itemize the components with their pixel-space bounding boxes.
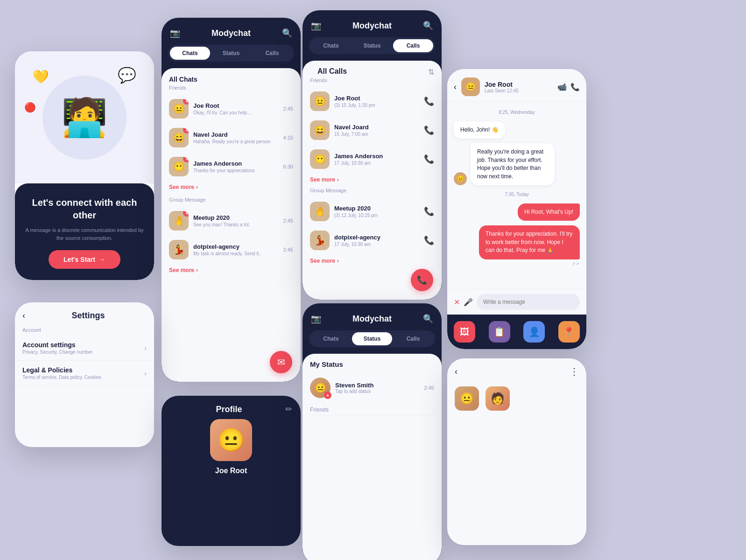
cancel-icon[interactable]: ✕: [454, 298, 460, 307]
account-settings-item[interactable]: Account settings Privacy, Security, Chan…: [15, 336, 154, 361]
status-user-name: Steven Smith: [335, 382, 420, 389]
tabs-bar: Chats Status Calls: [168, 45, 294, 62]
chevron-right-icon: ›: [144, 344, 147, 352]
tab-calls[interactable]: Calls: [393, 39, 433, 52]
status-tabs-bar: Chats Status Calls: [309, 330, 435, 347]
calls-tabs-bar: Chats Status Calls: [309, 37, 435, 54]
character-illustration: 🧑‍💻: [61, 99, 108, 136]
partial-avatar-2: 🧑: [486, 386, 510, 411]
conversation-footer: 🖼 📋 👤 📍: [447, 315, 586, 349]
chat-preview: My task is almost ready. Send it..: [193, 251, 279, 256]
chat-time: 6:30: [283, 164, 293, 169]
tab-chats[interactable]: Chats: [311, 39, 351, 52]
call-item-dotpixel[interactable]: 💃 dotpixel-agency 17 July, 10:30 am 📞: [303, 226, 442, 255]
edit-profile-button[interactable]: ✏: [285, 404, 292, 414]
chat-item-james-anderson[interactable]: 😶 1 James Anderson Thanks for your appre…: [162, 152, 301, 181]
call-time: 17 July, 10:30 am: [334, 161, 419, 166]
see-more-groups[interactable]: See more ›: [162, 264, 301, 278]
partial-avatar-row: 😐 🧑: [447, 382, 586, 415]
chat-item-dotpixel[interactable]: 💃 dotpixel-agency My task is almost read…: [162, 235, 301, 264]
tab-chats[interactable]: Chats: [311, 332, 351, 345]
message-input[interactable]: [477, 294, 580, 310]
gallery-button[interactable]: 🖼: [454, 321, 475, 343]
profile-name: Joe Root: [215, 467, 247, 475]
new-call-fab-button[interactable]: 📞: [411, 269, 433, 291]
app-title: Modychat: [352, 21, 392, 31]
see-more-calls-groups[interactable]: See more ›: [303, 255, 442, 269]
incoming-call-icon: 📞: [424, 125, 434, 135]
calls-card: 📷 Modychat 🔍 Chats Status Calls All Call…: [303, 10, 442, 300]
chat-time: 4:15: [283, 135, 293, 140]
status-tap-hint: Tap to add status: [335, 389, 420, 394]
microphone-icon[interactable]: 🎤: [464, 298, 473, 307]
lets-start-button[interactable]: Let's Start →: [49, 250, 120, 269]
add-status-badge: +: [324, 392, 331, 399]
voice-call-icon[interactable]: 📞: [570, 83, 580, 91]
video-call-icon[interactable]: 📹: [557, 83, 567, 91]
search-icon-button[interactable]: 🔍: [423, 21, 433, 31]
profile-title: Profile: [173, 405, 285, 414]
tab-status[interactable]: Status: [352, 332, 392, 345]
welcome-card: 💬 💛 🔴 🧑‍💻 Let's connect with each other …: [15, 51, 154, 280]
avatar-dotpixel: 💃: [310, 231, 330, 250]
call-item-joe-root[interactable]: 😐 Joe Root (3) 15 July, 1:30 pm 📞: [303, 87, 442, 116]
chat-item-meetup[interactable]: 🤚 2 Meetup 2020 See you man! Thanks a lo…: [162, 206, 301, 235]
camera-icon-button[interactable]: 📷: [311, 21, 321, 31]
chat-item-navel-joard[interactable]: 😄 1 Navel Joard Hahaha. Really you're a …: [162, 123, 301, 152]
document-button[interactable]: 📋: [489, 321, 510, 343]
status-card: 📷 Modychat 🔍 Chats Status Calls My Statu…: [303, 303, 442, 560]
friends-sublabel: Friends: [162, 85, 301, 94]
tab-status[interactable]: Status: [352, 39, 392, 52]
my-status-item[interactable]: 😐 + Steven Smith Tap to add status 2:45: [303, 373, 442, 403]
avatar-meetup: 🤚 2: [169, 211, 189, 231]
contact-button[interactable]: 👤: [523, 321, 545, 343]
back-button[interactable]: ‹: [454, 82, 457, 92]
tab-chats[interactable]: Chats: [170, 47, 210, 60]
account-settings-title: Account settings: [22, 341, 144, 349]
legal-policies-item[interactable]: Legal & Policies Terms of service, Data …: [15, 361, 154, 386]
settings-back-button[interactable]: ‹: [22, 311, 25, 321]
profile-avatar: 😐: [210, 419, 252, 461]
illustration-area: 💬 💛 🔴 🧑‍💻: [15, 51, 154, 183]
welcome-subtitle: A message is a discrete communication in…: [25, 226, 144, 242]
camera-icon-button[interactable]: 📷: [170, 28, 180, 38]
tab-calls[interactable]: Calls: [252, 47, 292, 60]
date-divider: 8:25, Wednesday: [454, 110, 580, 115]
legal-sub: Terms of service, Data policy, Cookies: [22, 375, 144, 380]
ball-icon: 🔴: [24, 102, 36, 113]
tab-status[interactable]: Status: [211, 47, 251, 60]
messages-area: 8:25, Wednesday Hello, John! 👋 😐 Really …: [447, 102, 586, 289]
filter-icon[interactable]: ⇅: [428, 68, 434, 77]
message-input-area: ✕ 🎤: [447, 289, 586, 315]
contact-last-seen: Last Seen 12:45: [485, 88, 553, 93]
chat-preview: Hahaha. Really you're a great person: [193, 139, 279, 144]
missed-call-icon: 📞: [424, 154, 434, 164]
location-button[interactable]: 📍: [558, 321, 580, 343]
partial-card: ‹ ⋮ 😐 🧑: [447, 358, 586, 545]
call-name: Meetup 2020: [334, 205, 419, 212]
more-options-icon[interactable]: ⋮: [570, 366, 579, 377]
message-sent: Hi Root, What's Up!: [518, 203, 580, 221]
chat-item-joe-root[interactable]: 😐 2 Joe Root Okay, I'll try. Can you hel…: [162, 94, 301, 123]
search-icon-button[interactable]: 🔍: [423, 314, 433, 324]
see-more-calls-friends[interactable]: See more ›: [303, 174, 442, 188]
incoming-call-icon: 📞: [424, 206, 434, 217]
calls-body: All Calls ⇅ Friends 😐 Joe Root (3) 15 Ju…: [303, 61, 442, 300]
call-item-james-anderson[interactable]: 😶 James Anderson 17 July, 10:30 am 📞: [303, 145, 442, 174]
call-name: James Anderson: [334, 153, 419, 160]
read-receipt: ✓✓: [572, 261, 580, 266]
message-sent-2: Thanks for your appreciation. I'll try t…: [479, 225, 580, 259]
partial-back-button[interactable]: ‹: [455, 367, 457, 377]
call-item-navel-joard[interactable]: 😄 Navel Joard 15 July, 7:00 am 📞: [303, 116, 442, 145]
see-more-friends[interactable]: See more ›: [162, 181, 301, 195]
call-item-meetup[interactable]: 🤚 Meetup 2020 (3) 12 July, 10:25 pm 📞: [303, 197, 442, 226]
compose-fab-button[interactable]: ✉: [270, 351, 292, 373]
tab-calls[interactable]: Calls: [393, 332, 433, 345]
chat-name: James Anderson: [193, 160, 279, 167]
camera-icon-button[interactable]: 📷: [311, 314, 321, 324]
search-icon-button[interactable]: 🔍: [282, 28, 292, 38]
partial-avatar-1: 😐: [455, 386, 479, 411]
settings-title: Settings: [30, 311, 147, 321]
call-time: (3) 12 July, 10:25 pm: [334, 213, 419, 218]
chat-time: 2:45: [283, 106, 293, 112]
